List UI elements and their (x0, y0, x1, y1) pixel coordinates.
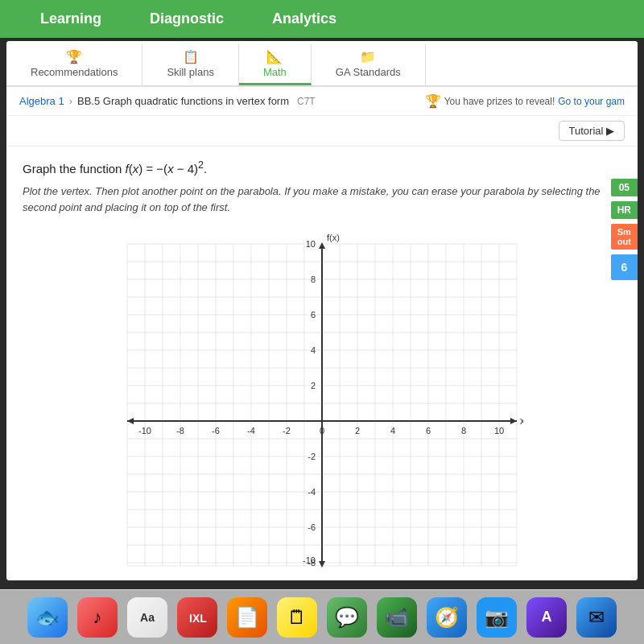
breadcrumb-code: C7T (297, 96, 316, 107)
badge-05: 05 (611, 179, 638, 196)
svg-text:0: 0 (320, 426, 324, 436)
tabs-row: 🏆 Recommendations 📋 Skill plans 📐 Math 📁… (6, 41, 638, 87)
svg-text:-10: -10 (138, 426, 151, 436)
svg-marker-45 (510, 418, 517, 424)
svg-text:10: 10 (494, 426, 504, 436)
svg-text:-2: -2 (308, 452, 316, 461)
breadcrumb: Algebra 1 › BB.5 Graph quadratic functio… (6, 87, 638, 116)
prize-banner: 🏆 You have prizes to reveal! Go to your … (425, 93, 625, 109)
dock-safari[interactable]: 🧭 (427, 597, 467, 638)
svg-text:-6: -6 (308, 522, 316, 532)
badge-6: 6 (611, 254, 638, 280)
dock-mail[interactable]: ✉ (576, 597, 617, 638)
dock-music[interactable]: ♪ (77, 597, 118, 638)
y-axis-label: f(x) (327, 233, 340, 242)
svg-text:-4: -4 (247, 426, 255, 436)
svg-text:-8: -8 (176, 426, 184, 436)
tab-skill-plans[interactable]: 📋 Skill plans (142, 44, 239, 85)
svg-text:IXL: IXL (189, 612, 207, 625)
svg-text:8: 8 (311, 275, 316, 284)
nav-learning[interactable]: Learning (16, 0, 126, 38)
nav-diagnostic[interactable]: Diagnostic (126, 0, 248, 38)
trophy-icon: 🏆 (425, 93, 441, 109)
y-minus10-label: -10 (303, 555, 316, 565)
breadcrumb-parent[interactable]: Algebra 1 (19, 95, 64, 107)
dock-notes[interactable]: 🗒 (277, 597, 317, 638)
prize-link[interactable]: Go to your gam (558, 96, 625, 107)
svg-marker-47 (319, 242, 325, 249)
badge-hr: HR (611, 201, 638, 219)
x-tick-labels: -10 -8 -6 -4 -2 0 2 4 6 8 10 (138, 426, 504, 436)
dock: 🐟 ♪ Aa IXL 📄 🗒 💬 📹 🧭 📷 A ✉ (0, 589, 644, 644)
svg-text:4: 4 (311, 345, 316, 355)
svg-text:8: 8 (461, 426, 466, 436)
dock-facetime[interactable]: 📹 (377, 597, 417, 638)
tutorial-button[interactable]: Tutorial ▶ (559, 121, 625, 141)
dock-ixl[interactable]: IXL (177, 597, 217, 638)
svg-marker-46 (127, 418, 134, 424)
ga-standards-icon: 📁 (360, 49, 376, 64)
svg-text:6: 6 (426, 426, 431, 436)
dock-zoom[interactable]: 📷 (477, 597, 517, 638)
dock-pages[interactable]: 📄 (227, 597, 267, 638)
svg-text:2: 2 (355, 426, 360, 436)
prize-text: You have prizes to reveal! (444, 96, 555, 107)
nav-analytics[interactable]: Analytics (248, 0, 361, 38)
svg-text:10: 10 (306, 239, 316, 249)
svg-text:-2: -2 (283, 426, 291, 436)
tab-ga-standards[interactable]: 📁 GA Standards (312, 44, 426, 85)
svg-marker-48 (319, 561, 325, 568)
skill-plans-icon: 📋 (183, 49, 199, 64)
dock-translit[interactable]: A (526, 597, 567, 638)
svg-text:2: 2 (311, 381, 316, 390)
math-icon: 📐 (266, 49, 283, 64)
coordinate-graph[interactable]: x f(x) -10 -8 -6 -4 -2 0 2 4 6 8 10 (121, 228, 523, 580)
svg-text:-4: -4 (308, 487, 316, 497)
graph-container[interactable]: x f(x) -10 -8 -6 -4 -2 0 2 4 6 8 10 (23, 228, 621, 580)
right-sidebar: 05 HR Smout 6 (611, 179, 638, 280)
dock-finder[interactable]: 🐟 (27, 597, 68, 638)
question-title: Graph the function f(x) = −(x − 4)2. (23, 159, 621, 175)
breadcrumb-sep: › (69, 95, 72, 107)
dock-dictionary[interactable]: Aa (127, 597, 167, 638)
instructions-text: Plot the vertex. Then plot another point… (23, 184, 621, 215)
top-navigation: Learning Diagnostic Analytics (0, 0, 644, 38)
svg-text:-6: -6 (212, 426, 220, 436)
x-axis-label: x (520, 415, 523, 427)
content-area: Graph the function f(x) = −(x − 4)2. Plo… (6, 147, 638, 580)
badge-sm-out[interactable]: Smout (611, 224, 638, 250)
tutorial-row: Tutorial ▶ (6, 116, 638, 147)
tab-math[interactable]: 📐 Math (239, 44, 312, 85)
svg-text:4: 4 (390, 426, 395, 436)
svg-text:6: 6 (311, 310, 316, 320)
recommendations-icon: 🏆 (66, 49, 82, 64)
tab-recommendations[interactable]: 🏆 Recommendations (6, 44, 142, 85)
breadcrumb-current: BB.5 Graph quadratic functions in vertex… (77, 95, 289, 107)
dock-messages[interactable]: 💬 (327, 597, 367, 638)
